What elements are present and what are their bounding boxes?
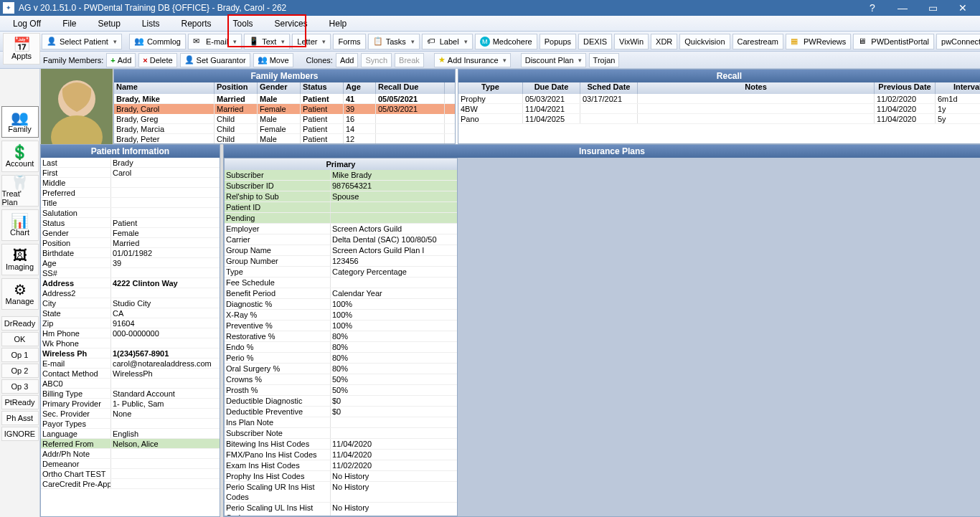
sidebar-op2[interactable]: Op 2 [1,364,39,378]
medcohere-button[interactable]: MMedcohere [475,34,537,49]
patient-info-grid[interactable]: LastBradyFirstCarolMiddlePreferredTitleS… [41,158,220,516]
sidebar-imaging[interactable]: 🖼Imaging [1,244,39,275]
pwdentistportal-button[interactable]: 🖥PWDentistPortal [853,34,934,49]
info-row[interactable]: Subscriber Note [225,428,457,439]
info-row[interactable]: Perio %80% [225,353,457,364]
info-row[interactable]: Preferred [41,188,220,198]
info-row[interactable]: EmployerScreen Actors Guild [225,224,457,234]
close-button[interactable]: ✕ [948,0,977,16]
info-row[interactable]: Exam Ins Hist Codes11/02/2020 [225,460,457,471]
vixwin-button[interactable]: VixWin [614,34,649,49]
sidebar-op1[interactable]: Op 1 [1,348,39,362]
column-header[interactable]: Previous Date [875,82,936,94]
info-row[interactable]: X-Ray %100% [225,310,457,321]
column-header[interactable]: Age [344,82,376,94]
info-row[interactable]: Sec. ProviderNone [41,409,220,419]
info-row[interactable]: Endo %80% [225,342,457,353]
info-row[interactable]: Ortho Chart TEST [41,469,220,479]
table-row[interactable]: Brady, MikeMarriedMalePatient4105/05/202… [114,94,455,104]
insurance-primary-grid[interactable]: SubscriberMike BradySubscriber ID9876543… [225,170,457,516]
patient-photo[interactable] [40,69,113,144]
info-row[interactable]: Age39 [41,258,220,268]
info-row[interactable]: Wk Phone [41,338,220,348]
column-header[interactable]: Due Date [523,82,580,94]
info-row[interactable]: Preventive %100% [225,321,457,331]
column-header[interactable]: Recall Due [376,82,445,94]
column-header[interactable]: Notes [638,82,875,94]
discount-plan-button[interactable]: Discount Plan [521,53,586,67]
info-row[interactable]: Deductible Preventive$0 [225,407,457,417]
pwconnect-button[interactable]: pwConnect [936,34,980,49]
info-row[interactable]: Addr/Ph Note [41,449,220,459]
info-row[interactable]: SS# [41,268,220,278]
info-row[interactable]: SubscriberMike Brady [225,170,457,181]
minimize-button[interactable]: — [888,0,917,16]
pwreviews-button[interactable]: ▦PWReviews [786,34,851,49]
column-header[interactable]: Type [458,82,523,94]
table-row[interactable]: Brady, CarolMarriedFemalePatient3905/03/… [114,104,455,114]
column-header[interactable]: Position [215,82,258,94]
trojan-button[interactable]: Trojan [589,53,620,67]
info-row[interactable]: CareCredit Pre-Approval Status [41,479,220,489]
info-row[interactable]: Address4222 Clinton Way [41,278,220,288]
menu-tools[interactable]: Tools [233,19,253,29]
delete-member-button[interactable]: ×Delete [138,53,176,67]
info-row[interactable]: Middle [41,178,220,188]
menu-logoff[interactable]: Log Off [13,19,41,29]
sidebar-drready[interactable]: DrReady [1,316,39,331]
info-row[interactable]: Title [41,198,220,208]
column-header[interactable]: Gender [258,82,301,94]
info-row[interactable]: Prophy Ins Hist CodesNo History [225,471,457,482]
menu-setup[interactable]: Setup [98,19,120,29]
info-row[interactable]: Hm Phone000-0000000 [41,328,220,338]
info-row[interactable]: Birthdate01/01/1982 [41,248,220,258]
maximize-button[interactable]: ▭ [918,0,947,16]
info-row[interactable]: Perio Scaling UL Ins Hist CodesNo Histor… [225,503,457,516]
sidebar-chart[interactable]: 📊Chart [1,209,39,241]
info-row[interactable]: Oral Surgery %80% [225,364,457,374]
info-row[interactable]: Referred FromNelson, Alice [41,439,220,449]
column-header[interactable]: Name [114,82,215,94]
column-header[interactable]: Sched Date [580,82,638,94]
info-row[interactable]: Primary Provider1- Public, Sam [41,399,220,409]
sidebar-appts[interactable]: 📅 Appts [3,33,40,65]
table-row[interactable]: Brady, PeterChildMalePatient12 [114,134,455,143]
info-row[interactable]: Salutation [41,208,220,218]
info-row[interactable]: CityStudio City [41,298,220,308]
info-row[interactable]: Payor Types [41,419,220,429]
sidebar-treatplan[interactable]: 🦷Treat' Plan [1,175,39,207]
dexis-button[interactable]: DEXIS [578,34,612,49]
info-row[interactable]: Subscriber ID987654321 [225,181,457,191]
column-header[interactable]: Interval [936,82,980,94]
info-row[interactable]: Fee Schedule [225,278,457,288]
info-row[interactable]: Perio Scaling UR Ins Hist CodesNo Histor… [225,482,457,503]
info-row[interactable]: LastBrady [41,158,220,168]
table-row[interactable]: Pano11/04/202511/04/20205y [458,114,980,124]
commlog-button[interactable]: 👥Commlog [129,34,186,49]
info-row[interactable]: Demeanor [41,459,220,469]
menu-file[interactable]: File [62,19,76,29]
sidebar-phasst[interactable]: Ph Asst [1,411,39,425]
sidebar-ignore[interactable]: IGNORE [1,427,39,441]
table-row[interactable]: Prophy05/03/202103/17/202111/02/20206m1d [458,94,980,104]
info-row[interactable]: Patient ID [225,202,457,213]
table-row[interactable]: 4BW11/04/202111/04/20201y [458,104,980,114]
sidebar-op3[interactable]: Op 3 [1,379,39,394]
info-row[interactable]: Contact MethodWirelessPh [41,369,220,379]
menu-lists[interactable]: Lists [142,19,160,29]
menu-help[interactable]: Help [329,19,347,29]
forms-button[interactable]: Forms [333,34,365,49]
recall-body[interactable]: Prophy05/03/202103/17/202111/02/20206m1d… [458,94,980,143]
info-row[interactable]: Group NameScreen Actors Guild Plan I [225,245,457,256]
break-button[interactable]: Break [395,53,424,67]
info-row[interactable]: Bitewing Ins Hist Codes11/04/2020 [225,439,457,450]
move-button[interactable]: 👥Move [253,53,293,67]
info-row[interactable]: Group Number123456 [225,256,457,267]
info-row[interactable]: Ins Plan Note [225,417,457,428]
info-row[interactable]: Crowns %50% [225,374,457,385]
info-row[interactable]: Wireless Ph1(234)567-8901 [41,348,220,359]
letter-button[interactable]: Letter [292,34,331,49]
family-members-body[interactable]: Brady, MikeMarriedMalePatient4105/05/202… [114,94,455,143]
table-row[interactable]: Brady, GregChildMalePatient16 [114,114,455,124]
info-row[interactable]: Prosth %50% [225,385,457,396]
